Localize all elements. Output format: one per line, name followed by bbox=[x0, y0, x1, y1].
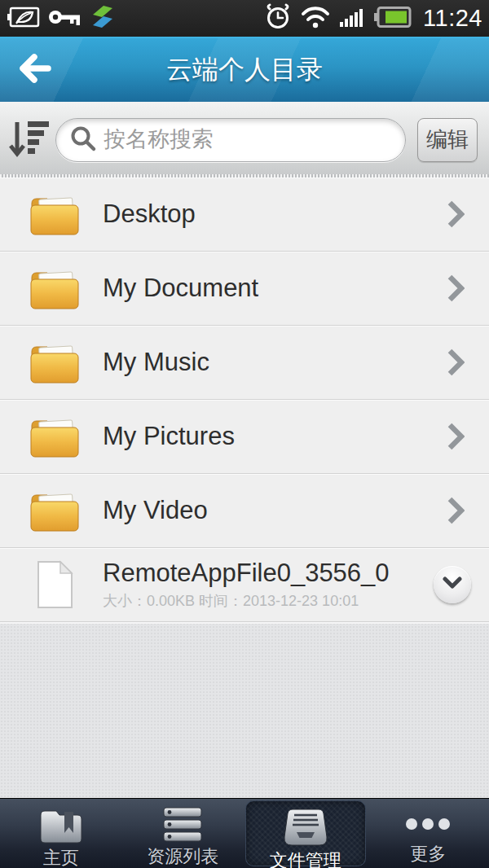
chevron-right-icon bbox=[447, 496, 465, 525]
back-button[interactable] bbox=[0, 38, 73, 102]
search-input[interactable] bbox=[104, 127, 392, 152]
tab-resource-list[interactable]: 资源列表 bbox=[124, 800, 243, 866]
status-icons-right: 11:24 bbox=[263, 2, 482, 35]
item-name: My Music bbox=[103, 348, 447, 377]
home-folder-icon bbox=[39, 807, 83, 844]
list-item-desktop[interactable]: Desktop bbox=[0, 178, 489, 252]
bottom-navigation: 主页 资源列表 bbox=[0, 798, 489, 868]
folder-icon bbox=[29, 266, 80, 310]
resource-list-icon bbox=[162, 807, 203, 843]
item-name: Desktop bbox=[103, 199, 447, 229]
sort-button[interactable] bbox=[7, 115, 51, 165]
sync-app-icon bbox=[90, 3, 116, 34]
folder-icon bbox=[29, 414, 80, 458]
tab-home[interactable]: 主页 bbox=[2, 800, 121, 866]
signal-icon bbox=[338, 6, 366, 32]
wifi-icon bbox=[300, 5, 331, 33]
file-list: Desktop My Document bbox=[0, 178, 489, 622]
item-name: My Pictures bbox=[103, 422, 447, 451]
tab-label: 主页 bbox=[43, 846, 79, 868]
empty-background bbox=[0, 622, 489, 798]
vpn-key-icon bbox=[48, 7, 82, 31]
chevron-right-icon bbox=[447, 274, 465, 303]
folder-icon bbox=[29, 489, 80, 533]
battery-icon bbox=[373, 6, 412, 32]
power-saver-icon bbox=[7, 6, 41, 32]
page-title: 云端个人目录 bbox=[0, 52, 489, 88]
edit-button[interactable]: 编辑 bbox=[417, 118, 478, 162]
document-icon bbox=[29, 559, 80, 610]
sort-descending-icon bbox=[7, 116, 51, 164]
item-name: My Video bbox=[103, 496, 447, 525]
tab-file-manager[interactable]: 文件管理 bbox=[245, 800, 366, 866]
list-item-my-pictures[interactable]: My Pictures bbox=[0, 400, 489, 474]
item-name: RemoteAppFile0_3556_0 bbox=[103, 559, 434, 588]
list-item-remote-app-file[interactable]: RemoteAppFile0_3556_0 大小：0.00KB 时间：2013-… bbox=[0, 548, 489, 622]
tab-more[interactable]: 更多 bbox=[369, 800, 488, 866]
item-meta: 大小：0.00KB 时间：2013-12-23 10:01 bbox=[103, 591, 434, 611]
search-icon bbox=[69, 125, 97, 156]
clock-time: 11:24 bbox=[423, 5, 482, 32]
search-box[interactable] bbox=[55, 118, 406, 162]
list-item-my-video[interactable]: My Video bbox=[0, 474, 489, 548]
chevron-right-icon bbox=[447, 348, 465, 377]
chevron-right-icon bbox=[447, 422, 465, 451]
file-manager-icon bbox=[283, 808, 328, 847]
list-item-my-music[interactable]: My Music bbox=[0, 326, 489, 400]
chevron-down-icon bbox=[442, 576, 463, 593]
back-arrow-icon bbox=[17, 53, 56, 87]
status-icons-left bbox=[7, 3, 116, 34]
item-name: My Document bbox=[103, 274, 447, 303]
folder-icon bbox=[29, 340, 80, 384]
chevron-right-icon bbox=[447, 199, 465, 229]
phone-screen: 11:24 云端个人目录 bbox=[0, 0, 489, 868]
alarm-icon bbox=[263, 2, 293, 35]
status-bar: 11:24 bbox=[0, 0, 489, 37]
tab-label: 文件管理 bbox=[270, 848, 341, 868]
list-item-my-document[interactable]: My Document bbox=[0, 252, 489, 326]
more-dots-icon bbox=[403, 807, 453, 840]
folder-icon bbox=[29, 192, 80, 236]
tab-label: 资源列表 bbox=[147, 844, 218, 868]
tab-label: 更多 bbox=[410, 842, 446, 866]
app-header: 云端个人目录 bbox=[0, 37, 489, 102]
expand-button[interactable] bbox=[434, 566, 471, 603]
toolbar: 编辑 bbox=[0, 102, 489, 178]
